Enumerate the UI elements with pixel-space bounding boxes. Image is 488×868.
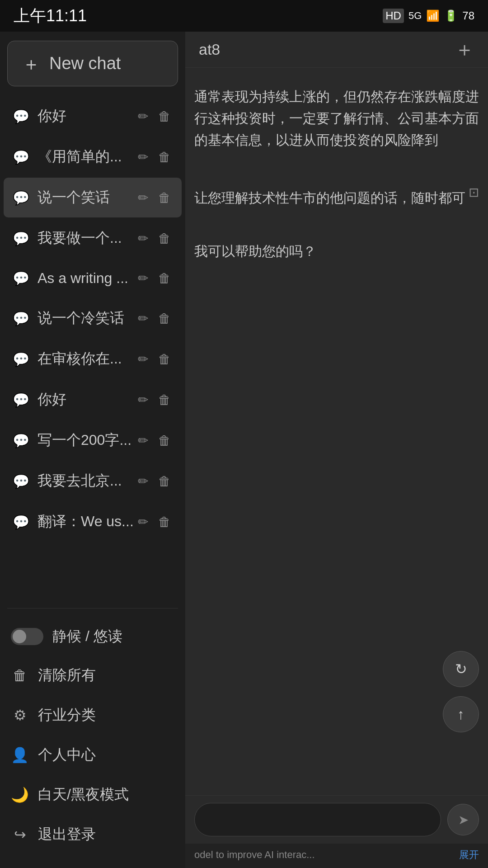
chat-item-actions: ✏ 🗑 — [136, 391, 173, 409]
edit-icon[interactable]: ✏ — [136, 513, 150, 531]
hd-badge: HD — [383, 9, 404, 23]
chat-bubble-icon: 💬 — [13, 351, 29, 367]
send-button[interactable]: ➤ — [447, 804, 479, 835]
chat-item-title: 翻译：We us... — [38, 512, 136, 532]
battery-level: 78 — [462, 9, 474, 22]
chat-bubble-icon: 💬 — [13, 433, 29, 448]
new-conversation-icon[interactable]: ＋ — [455, 36, 474, 63]
edit-icon[interactable]: ✏ — [136, 309, 150, 328]
menu-item-logout[interactable]: ↪ 退出登录 — [0, 815, 185, 854]
chat-item-actions: ✏ 🗑 — [136, 513, 173, 531]
sidebar: ＋ New chat 💬 你好 ✏ 🗑 💬 《用简单的... ✏ 🗑 💬 说一个… — [0, 32, 185, 868]
chat-item-6[interactable]: 💬 说一个冷笑话 ✏ 🗑 — [4, 298, 182, 338]
message-text-3: 我可以帮助您的吗？ — [194, 244, 316, 259]
upload-icon: ↑ — [457, 706, 465, 723]
industry-icon: ⚙ — [11, 707, 29, 724]
menu-item-industry[interactable]: ⚙ 行业分类 — [0, 695, 185, 735]
delete-icon[interactable]: 🗑 — [156, 148, 173, 166]
menu-label-clear: 清除所有 — [38, 665, 96, 685]
chat-item-4[interactable]: 💬 我要做一个... ✏ 🗑 — [4, 218, 182, 258]
delete-icon[interactable]: 🗑 — [156, 431, 173, 450]
ai-message-2: 让您理解技术性牛市的他问题的话，随时都可 ⊡ — [194, 183, 479, 213]
chat-item-8[interactable]: 💬 你好 ✏ 🗑 — [4, 380, 182, 420]
chat-header: at8 ＋ — [185, 32, 488, 68]
trash-icon: 🗑 — [11, 667, 29, 684]
delete-icon[interactable]: 🗑 — [156, 269, 173, 288]
logout-icon: ↪ — [11, 826, 29, 843]
menu-label-industry: 行业分类 — [38, 705, 96, 725]
chat-item-actions: ✏ 🗑 — [136, 350, 173, 368]
ai-message-3: 我可以帮助您的吗？ — [194, 236, 479, 267]
toggle-row[interactable]: 静候 / 悠读 — [0, 618, 185, 656]
delete-icon[interactable]: 🗑 — [156, 472, 173, 491]
chat-item-title: 说一个笑话 — [38, 188, 136, 208]
plus-icon: ＋ — [22, 55, 40, 73]
refresh-icon: ↻ — [455, 660, 467, 678]
chat-item-actions: ✏ 🗑 — [136, 431, 173, 450]
new-chat-button[interactable]: ＋ New chat — [7, 41, 178, 86]
delete-icon[interactable]: 🗑 — [156, 391, 173, 409]
chat-item-5[interactable]: 💬 As a writing ... ✏ 🗑 — [4, 259, 182, 297]
input-area: ➤ — [185, 795, 488, 844]
upload-button[interactable]: ↑ — [443, 696, 479, 732]
signal-icon: 5G — [408, 10, 422, 22]
toggle-label: 静候 / 悠读 — [52, 627, 122, 646]
new-chat-label: New chat — [49, 54, 121, 73]
edit-icon[interactable]: ✏ — [136, 350, 150, 368]
status-time: 上午11:11 — [14, 5, 87, 27]
chat-item-title: 写一个200字... — [38, 430, 136, 450]
quiet-mode-toggle[interactable] — [11, 628, 43, 645]
edit-icon[interactable]: ✏ — [136, 189, 150, 207]
delete-icon[interactable]: 🗑 — [156, 350, 173, 368]
chat-item-2[interactable]: 💬 《用简单的... ✏ 🗑 — [4, 137, 182, 177]
chat-header-title: at8 — [199, 41, 220, 58]
copy-icon-2[interactable]: ⊡ — [469, 183, 479, 203]
chat-bubble-icon: 💬 — [13, 392, 29, 408]
edit-icon[interactable]: ✏ — [136, 148, 150, 166]
chat-item-title: 在审核你在... — [38, 349, 136, 369]
footer-expand-button[interactable]: 展开 — [459, 848, 479, 862]
chat-item-title: 你好 — [38, 106, 136, 126]
chat-item-10[interactable]: 💬 我要去北京... ✏ 🗑 — [4, 461, 182, 501]
delete-icon[interactable]: 🗑 — [156, 309, 173, 328]
chat-item-title: 你好 — [38, 390, 136, 410]
chat-bubble-icon: 💬 — [13, 149, 29, 165]
edit-icon[interactable]: ✏ — [136, 391, 150, 409]
edit-icon[interactable]: ✏ — [136, 269, 150, 288]
message-text-1: 通常表现为持续上涨的，但仍然存在涨跌幅度进行这种投资时，一定要了解行情、公司基本… — [194, 89, 479, 147]
chat-item-7[interactable]: 💬 在审核你在... ✏ 🗑 — [4, 339, 182, 379]
edit-icon[interactable]: ✏ — [136, 107, 150, 126]
chat-item-1[interactable]: 💬 你好 ✏ 🗑 — [4, 96, 182, 136]
toggle-knob — [13, 630, 26, 643]
chat-item-actions: ✏ 🗑 — [136, 229, 173, 248]
moon-icon: 🌙 — [11, 786, 29, 803]
edit-icon[interactable]: ✏ — [136, 472, 150, 491]
chat-item-title: 我要去北京... — [38, 471, 136, 491]
chat-panel: at8 ＋ 通常表现为持续上涨的，但仍然存在涨跌幅度进行这种投资时，一定要了解行… — [185, 32, 488, 868]
edit-icon[interactable]: ✏ — [136, 431, 150, 450]
menu-item-profile[interactable]: 👤 个人中心 — [0, 735, 185, 775]
refresh-button[interactable]: ↻ — [443, 651, 479, 687]
delete-icon[interactable]: 🗑 — [156, 107, 173, 126]
edit-icon[interactable]: ✏ — [136, 229, 150, 248]
status-bar: 上午11:11 HD 5G 📶 🔋 78 — [0, 0, 488, 32]
ai-message-1: 通常表现为持续上涨的，但仍然存在涨跌幅度进行这种投资时，一定要了解行情、公司基本… — [194, 81, 479, 156]
chat-item-9[interactable]: 💬 写一个200字... ✏ 🗑 — [4, 420, 182, 460]
delete-icon[interactable]: 🗑 — [156, 189, 173, 207]
chat-item-11[interactable]: 💬 翻译：We us... ✏ 🗑 — [4, 502, 182, 542]
chat-item-actions: ✏ 🗑 — [136, 309, 173, 328]
message-input[interactable] — [194, 803, 441, 836]
floating-buttons: ↻ ↑ — [443, 651, 479, 732]
chat-bubble-icon: 💬 — [13, 231, 29, 246]
menu-label-logout: 退出登录 — [38, 825, 96, 844]
chat-item-title: As a writing ... — [38, 270, 136, 287]
menu-item-theme[interactable]: 🌙 白天/黑夜模式 — [0, 775, 185, 815]
footer-bar: odel to improve AI interac... 展开 — [185, 844, 488, 868]
chat-item-3[interactable]: 💬 说一个笑话 ✏ 🗑 — [4, 178, 182, 217]
chat-item-title: 说一个冷笑话 — [38, 308, 136, 328]
delete-icon[interactable]: 🗑 — [156, 229, 173, 248]
menu-item-clear[interactable]: 🗑 清除所有 — [0, 656, 185, 695]
menu-label-profile: 个人中心 — [38, 745, 96, 765]
delete-icon[interactable]: 🗑 — [156, 513, 173, 531]
message-text-2: 让您理解技术性牛市的他问题的话，随时都可 — [194, 190, 465, 205]
